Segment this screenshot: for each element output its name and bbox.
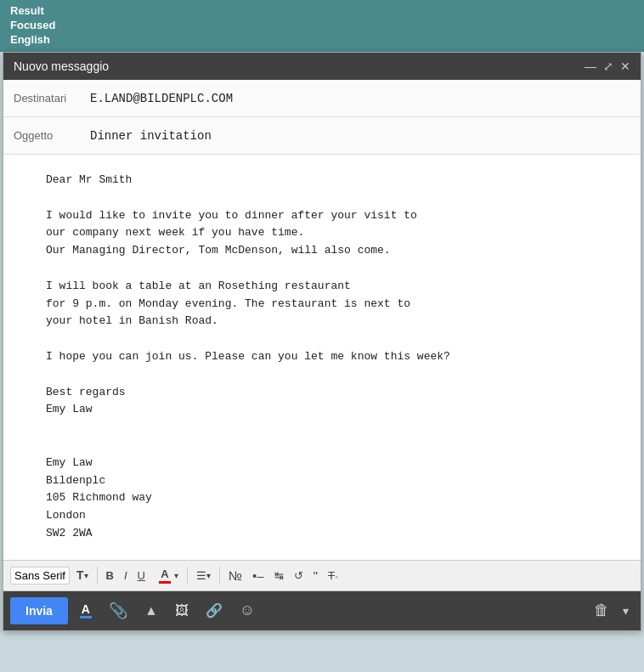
separator-3 <box>219 567 220 584</box>
font-color-bottom-button[interactable]: A <box>75 599 97 622</box>
bottom-toolbar: Invia A 📎 ▲ 🖼 🔗 ☺ 🗑 <box>3 591 641 630</box>
bottom-toolbar-right: 🗑 ▾ <box>589 598 634 623</box>
to-field-row: Destinatari E.LAND@BILDENPLC.COM <box>3 80 641 117</box>
numbered-list-icon: № <box>229 568 242 583</box>
attachment-button[interactable]: 📎 <box>104 598 133 624</box>
numbered-list-button[interactable]: № <box>225 567 246 584</box>
underline-button[interactable]: U <box>134 568 149 584</box>
align-icon: ☰ <box>196 569 206 582</box>
font-size-chevron: ▾ <box>84 571 88 580</box>
bold-button[interactable]: B <box>103 568 117 584</box>
font-color-chevron: ▾ <box>174 571 178 580</box>
top-bar: Result Focused English <box>0 0 644 52</box>
app-title: Result Focused English <box>10 4 55 48</box>
close-button[interactable]: ✕ <box>620 60 630 72</box>
indent-increase-icon: ↺ <box>294 569 303 582</box>
image-icon: 🖼 <box>175 603 189 618</box>
separator-2 <box>187 567 188 584</box>
to-label: Destinatari <box>14 92 90 104</box>
font-color-bottom-bar <box>80 616 92 618</box>
more-options-button[interactable]: ▾ <box>618 601 634 621</box>
delete-icon: 🗑 <box>594 601 609 619</box>
attachment-icon: 📎 <box>109 601 127 620</box>
compose-window-title: Nuovo messaggio <box>14 59 109 73</box>
compose-window: Nuovo messaggio — ⤢ ✕ Destinatari E.LAND… <box>3 52 641 631</box>
quote-icon: " <box>314 568 318 583</box>
subject-value[interactable]: Dinner invitation <box>90 129 630 143</box>
clear-format-icon: T <box>328 569 335 582</box>
drive-icon: ▲ <box>144 603 158 618</box>
font-color-bottom-letter: A <box>82 602 90 616</box>
font-size-icon: T <box>76 568 84 582</box>
font-family-select[interactable]: Sans Serif <box>10 567 70 584</box>
restore-button[interactable]: ⤢ <box>603 60 613 72</box>
font-color-container: A <box>155 566 174 585</box>
subject-label: Oggetto <box>14 129 90 142</box>
compose-header: Nuovo messaggio — ⤢ ✕ <box>3 53 641 80</box>
font-color-bar <box>159 581 171 584</box>
separator-1 <box>97 567 98 584</box>
minimize-button[interactable]: — <box>585 60 596 72</box>
align-button[interactable]: ☰ ▾ <box>193 568 214 584</box>
align-chevron: ▾ <box>206 571 211 580</box>
font-color-bottom-container: A <box>80 602 92 618</box>
emoji-button[interactable]: ☺ <box>234 598 260 623</box>
link-icon: 🔗 <box>206 602 223 618</box>
delete-button[interactable]: 🗑 <box>589 598 614 623</box>
emoji-icon: ☺ <box>240 601 255 619</box>
subject-field-row: Oggetto Dinner invitation <box>3 117 641 155</box>
formatting-toolbar: Sans Serif T ▾ B I U A ▾ ☰ ▾ № <box>3 560 641 591</box>
compose-body[interactable]: Dear Mr Smith I would like to invite you… <box>3 155 641 560</box>
italic-button[interactable]: I <box>121 568 131 584</box>
send-button[interactable]: Invia <box>10 597 68 624</box>
quote-button[interactable]: " <box>310 567 321 584</box>
link-button[interactable]: 🔗 <box>201 599 228 622</box>
clear-format-x: ₓ <box>335 571 338 580</box>
indent-increase-button[interactable]: ↺ <box>291 568 307 584</box>
indent-decrease-button[interactable]: ↹ <box>271 568 287 584</box>
bullet-list-icon: •– <box>252 568 264 583</box>
bullet-list-button[interactable]: •– <box>249 567 268 584</box>
clear-format-button[interactable]: T ₓ <box>325 568 342 584</box>
indent-decrease-icon: ↹ <box>274 569 284 582</box>
to-value[interactable]: E.LAND@BILDENPLC.COM <box>90 92 630 105</box>
font-color-letter: A <box>161 568 168 580</box>
compose-controls: — ⤢ ✕ <box>585 60 630 72</box>
image-button[interactable]: 🖼 <box>170 600 194 622</box>
font-color-button[interactable]: A ▾ <box>152 564 182 587</box>
drive-button[interactable]: ▲ <box>139 600 163 622</box>
more-options-icon: ▾ <box>623 604 629 618</box>
font-size-button[interactable]: T ▾ <box>73 567 92 584</box>
